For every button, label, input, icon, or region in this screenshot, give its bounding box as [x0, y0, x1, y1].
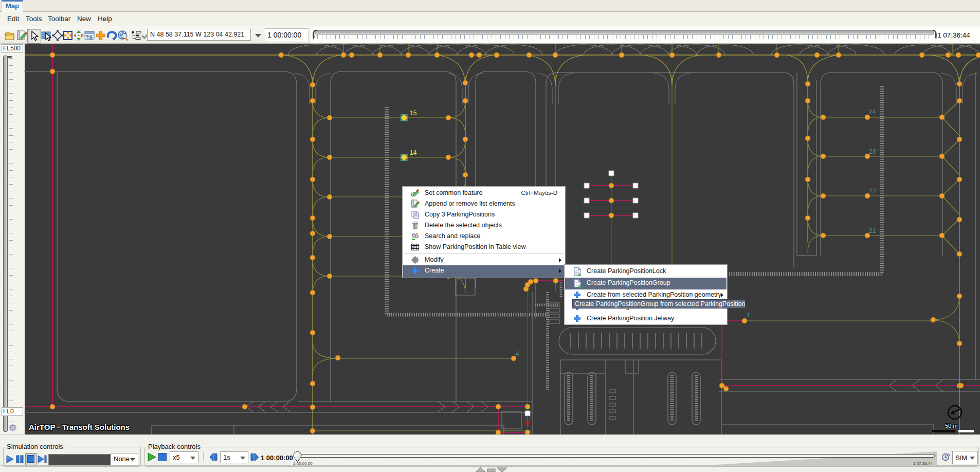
svg-text:15: 15	[410, 110, 417, 117]
svg-text:1: 1	[747, 312, 750, 319]
svg-text:21: 21	[869, 227, 876, 234]
svg-text:23: 23	[869, 148, 876, 155]
svg-text:50 m: 50 m	[945, 423, 957, 429]
svg-text:24: 24	[869, 108, 876, 116]
svg-text:22: 22	[869, 188, 876, 195]
svg-text:4: 4	[516, 350, 519, 357]
svg-text:14: 14	[410, 149, 417, 156]
